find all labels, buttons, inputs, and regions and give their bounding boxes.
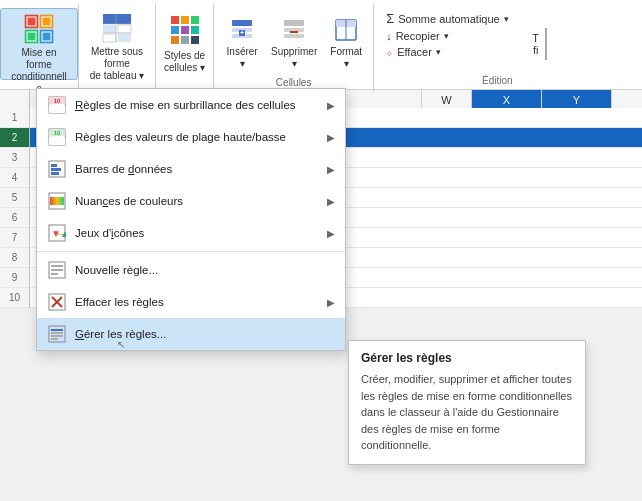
svg-rect-16 <box>171 16 179 24</box>
row-num-5: 5 <box>0 188 30 208</box>
svg-rect-48 <box>51 172 59 175</box>
effacer-button[interactable]: ⬦ Effacer ▾ <box>380 45 515 59</box>
svg-rect-56 <box>51 265 63 267</box>
nuances-couleurs-arrow: ▶ <box>327 196 335 207</box>
gerer-regles-icon <box>47 324 67 344</box>
effacer-regles-label: Effacer les règles <box>75 296 164 308</box>
nuances-couleurs-label: Nuances de couleurs <box>75 195 183 207</box>
row-num-9: 9 <box>0 268 30 288</box>
svg-rect-9 <box>103 25 116 33</box>
svg-text:▲: ▲ <box>60 228 66 239</box>
menu-item-regles-surbrillance[interactable]: 10 Règles de mise en surbrillance des ce… <box>37 89 345 121</box>
svg-rect-23 <box>181 36 189 44</box>
svg-rect-66 <box>51 338 58 340</box>
menu-item-gerer-regles[interactable]: Gérer les règles... ↖ <box>37 318 345 350</box>
supprimer-label: Supprimer ▾ <box>271 46 317 70</box>
effacer-arrow: ▾ <box>436 47 441 57</box>
mettre-sous-forme-button[interactable]: Mettre sous formede tableau ▾ <box>79 8 155 80</box>
sigma-icon: Σ <box>386 11 394 26</box>
svg-rect-57 <box>51 269 63 271</box>
recopier-button[interactable]: ↓ Recopier ▾ <box>380 29 515 43</box>
svg-rect-18 <box>191 16 199 24</box>
regles-valeurs-icon: 10 <box>47 127 67 147</box>
svg-rect-32 <box>284 34 304 38</box>
col-header-y[interactable]: Y <box>542 90 612 109</box>
inserer-label: Insérer ▾ <box>224 46 260 70</box>
tooltip-text: Créer, modifier, supprimer et afficher t… <box>361 371 573 454</box>
tooltip-box: Gérer les règles Créer, modifier, suppri… <box>348 340 586 465</box>
svg-rect-64 <box>51 332 63 334</box>
edition-buttons: Σ Somme automatique ▾ ↓ Recopier ▾ ⬦ Eff… <box>380 10 515 59</box>
col-header-end <box>612 90 642 109</box>
svg-rect-25 <box>232 20 252 26</box>
somme-auto-arrow: ▾ <box>504 14 509 24</box>
svg-rect-19 <box>171 26 179 34</box>
ribbon-overflow: Tfi <box>521 4 642 64</box>
supprimer-icon <box>280 16 308 44</box>
svg-rect-63 <box>51 329 63 331</box>
edition-section-label: Édition <box>482 75 513 86</box>
somme-auto-button[interactable]: Σ Somme automatique ▾ <box>380 10 515 27</box>
tooltip-title: Gérer les règles <box>361 351 573 365</box>
svg-text:10: 10 <box>54 98 61 104</box>
svg-rect-17 <box>181 16 189 24</box>
svg-rect-11 <box>103 34 116 42</box>
effacer-regles-arrow: ▶ <box>327 297 335 308</box>
nouvelle-regle-icon <box>47 260 67 280</box>
regles-surbrillance-icon: 10 <box>47 95 67 115</box>
effacer-label: Effacer <box>397 46 432 58</box>
barres-donnees-label: Barres de données <box>75 163 172 175</box>
svg-rect-24 <box>191 36 199 44</box>
recopier-arrow: ▾ <box>444 31 449 41</box>
inserer-icon: + <box>228 16 256 44</box>
table-format-icon <box>99 12 135 44</box>
svg-rect-47 <box>51 168 61 171</box>
mise-en-forme-button[interactable]: Mise en forme conditionnelle <box>0 8 78 80</box>
effacer-regles-icon <box>47 292 67 312</box>
menu-item-jeux-icones[interactable]: ▼ — ▲ Jeux d'icônes ▶ <box>37 217 345 249</box>
cells-section: + Insérer ▾ Supprimer ▾ <box>214 4 374 92</box>
menu-item-regles-valeurs[interactable]: 10 Règles des valeurs de plage haute/bas… <box>37 121 345 153</box>
svg-rect-58 <box>51 273 58 275</box>
supprimer-button[interactable]: Supprimer ▾ <box>268 12 320 84</box>
table-format-label: Mettre sous formede tableau ▾ <box>87 46 147 82</box>
svg-rect-50 <box>50 197 64 205</box>
col-header-x[interactable]: X <box>472 90 542 109</box>
svg-text:10: 10 <box>54 130 61 136</box>
conditional-format-dropdown: 10 Règles de mise en surbrillance des ce… <box>36 88 346 351</box>
menu-item-barres-donnees[interactable]: Barres de données ▶ <box>37 153 345 185</box>
menu-item-nouvelle-regle[interactable]: Nouvelle règle... <box>37 254 345 286</box>
row-num-2: 2 <box>0 128 30 148</box>
svg-rect-8 <box>103 14 131 24</box>
regles-surbrillance-arrow: ▶ <box>327 100 335 111</box>
jeux-icones-icon: ▼ — ▲ <box>47 223 67 243</box>
ribbon-tab-indicator: Tfi <box>527 28 547 60</box>
cursor-indicator: ↖ <box>117 339 125 350</box>
format-label: Format ▾ <box>328 46 364 70</box>
col-header-w[interactable]: W <box>422 90 472 109</box>
inserer-button[interactable]: + Insérer ▾ <box>220 12 264 84</box>
styles-cellules-button[interactable]: Styles decellules ▾ <box>156 8 213 80</box>
edition-section: Σ Somme automatique ▾ ↓ Recopier ▾ ⬦ Eff… <box>374 4 521 92</box>
format-icon <box>332 16 360 44</box>
svg-rect-12 <box>118 34 131 42</box>
menu-item-nuances-couleurs[interactable]: Nuances de couleurs ▶ <box>37 185 345 217</box>
menu-item-effacer-regles[interactable]: Effacer les règles ▶ <box>37 286 345 318</box>
svg-text:+: + <box>240 29 244 36</box>
menu-divider-1 <box>37 251 345 252</box>
row-num-1: 1 <box>0 108 30 128</box>
row-num-4: 4 <box>0 168 30 188</box>
regles-surbrillance-label: Règles de mise en surbrillance des cellu… <box>75 99 296 111</box>
table-format-section: Mettre sous formede tableau ▾ <box>79 4 156 92</box>
cell-styles-icon <box>167 12 203 48</box>
svg-rect-39 <box>49 105 65 113</box>
row-num-3: 3 <box>0 148 30 168</box>
jeux-icones-arrow: ▶ <box>327 228 335 239</box>
somme-auto-label: Somme automatique <box>398 13 500 25</box>
mise-en-forme-icon <box>21 13 57 45</box>
svg-rect-22 <box>171 36 179 44</box>
cells-buttons: + Insérer ▾ Supprimer ▾ <box>220 8 367 88</box>
recopier-label: Recopier <box>396 30 440 42</box>
format-button[interactable]: Format ▾ <box>324 12 368 84</box>
row-num-7: 7 <box>0 228 30 248</box>
